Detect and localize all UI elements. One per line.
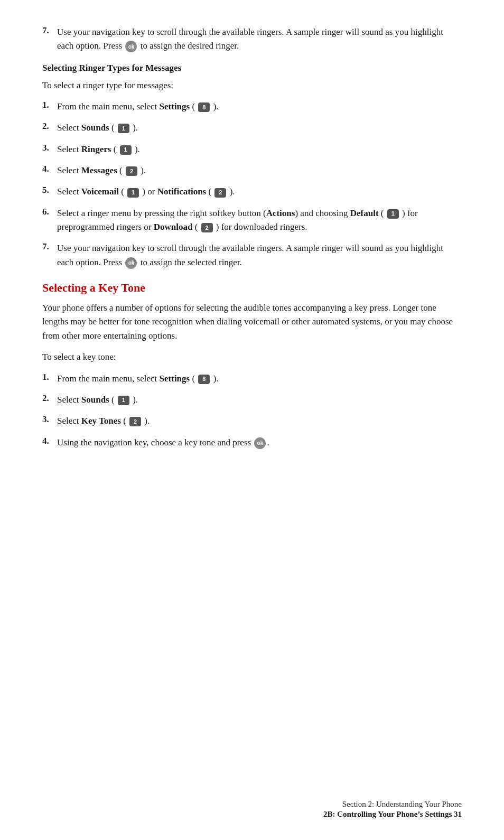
step-text: Select Key Tones ( 2 ). — [57, 414, 462, 428]
step-text: Select Messages ( 2 ). — [57, 164, 462, 178]
section-key-tone: Selecting a Key Tone Your phone offers a… — [42, 281, 462, 450]
section-description: Your phone offers a number of options fo… — [42, 301, 462, 343]
footer-page: 2B: Controlling Your Phone’s Settings 31 — [323, 810, 462, 819]
step-1: 1. From the main menu, select Settings (… — [42, 100, 462, 114]
key-badge-2: 2 — [214, 188, 226, 198]
step-5: 5. Select Voicemail ( 1 ) or Notificatio… — [42, 185, 462, 199]
step-number: 1. — [42, 100, 57, 110]
step-text: Use your navigation key to scroll throug… — [57, 241, 462, 269]
step-number: 3. — [42, 414, 57, 425]
step-number: 1. — [42, 372, 57, 382]
key-badge-8: 8 — [198, 375, 210, 384]
footer-section: Section 2: Understanding Your Phone — [323, 800, 462, 809]
step-text: Select Sounds ( 1 ). — [57, 393, 462, 407]
section-intro2: To select a key tone: — [42, 350, 462, 364]
step-number: 7. — [42, 25, 57, 36]
key-badge-1: 1 — [118, 396, 129, 405]
step-number: 2. — [42, 393, 57, 404]
step-6: 6. Select a ringer menu by pressing the … — [42, 207, 462, 235]
footer: Section 2: Understanding Your Phone 2B: … — [323, 800, 462, 819]
top-step7: 7. Use your navigation key to scroll thr… — [42, 25, 462, 53]
step-number: 3. — [42, 143, 57, 153]
section-ringer-types: Selecting Ringer Types for Messages To s… — [42, 63, 462, 269]
section-intro: To select a ringer type for messages: — [42, 79, 462, 92]
step-text: From the main menu, select Settings ( 8 … — [57, 372, 462, 386]
key-badge-1: 1 — [387, 209, 399, 219]
key-badge-8: 8 — [198, 102, 210, 112]
key-badge-1: 1 — [118, 124, 129, 133]
key-badge-1: 1 — [127, 188, 139, 198]
step-text: Select Ringers ( 1 ). — [57, 143, 462, 156]
page-content: 7. Use your navigation key to scroll thr… — [0, 0, 504, 499]
step-number: 6. — [42, 207, 57, 217]
keytone-step-3: 3. Select Key Tones ( 2 ). — [42, 414, 462, 428]
step-text: Use your navigation key to scroll throug… — [57, 25, 462, 53]
ok-icon: ok — [125, 41, 137, 52]
step-number: 4. — [42, 436, 57, 446]
keytone-step-2: 2. Select Sounds ( 1 ). — [42, 393, 462, 407]
key-badge-2: 2 — [201, 223, 213, 232]
keytone-step-1: 1. From the main menu, select Settings (… — [42, 372, 462, 386]
key-badge-2: 2 — [129, 417, 141, 426]
step-text: Select Sounds ( 1 ). — [57, 121, 462, 135]
step-text: Select Voicemail ( 1 ) or Notifications … — [57, 185, 462, 199]
step-number: 2. — [42, 121, 57, 132]
step-number: 5. — [42, 185, 57, 195]
key-badge-1: 1 — [120, 145, 132, 155]
step-3: 3. Select Ringers ( 1 ). — [42, 143, 462, 156]
keytone-step-4: 4. Using the navigation key, choose a ke… — [42, 436, 462, 450]
step-number: 4. — [42, 164, 57, 174]
step-text: From the main menu, select Settings ( 8 … — [57, 100, 462, 114]
step-2: 2. Select Sounds ( 1 ). — [42, 121, 462, 135]
ok-icon: ok — [254, 437, 266, 449]
step-text: Select a ringer menu by pressing the rig… — [57, 207, 462, 235]
section-red-heading: Selecting a Key Tone — [42, 281, 462, 295]
step-text: Using the navigation key, choose a key t… — [57, 436, 462, 450]
step-4: 4. Select Messages ( 2 ). — [42, 164, 462, 178]
section-heading: Selecting Ringer Types for Messages — [42, 63, 462, 73]
ok-icon: ok — [125, 257, 137, 269]
step-number: 7. — [42, 241, 57, 252]
key-badge-2: 2 — [126, 166, 137, 176]
step-7: 7. Use your navigation key to scroll thr… — [42, 241, 462, 269]
